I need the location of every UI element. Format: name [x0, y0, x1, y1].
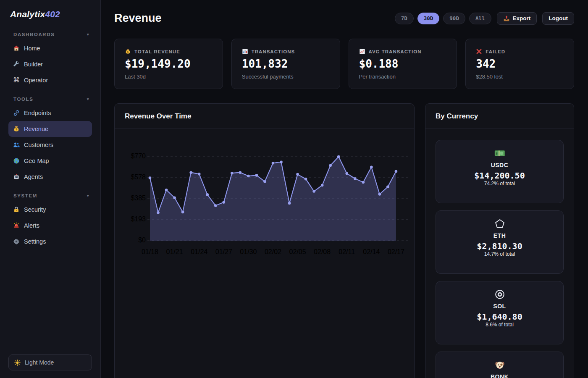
svg-text:02/14: 02/14 — [363, 248, 380, 255]
banknote-icon: $ — [494, 148, 505, 159]
users-icon — [13, 142, 20, 148]
svg-text:01/27: 01/27 — [215, 248, 232, 255]
currency-card-sol[interactable]: SOL $1,640.80 8.6% of total — [436, 281, 564, 344]
sidebar-item-security[interactable]: Security — [8, 202, 92, 218]
link-icon — [13, 110, 20, 116]
sun-icon — [14, 360, 21, 366]
stat-card-failed: FAILED 342 $28.50 lost — [465, 39, 574, 89]
dog-icon — [494, 360, 505, 370]
light-mode-label: Light Mode — [25, 359, 54, 366]
sidebar-item-settings[interactable]: Settings — [8, 234, 92, 249]
sidebar-item-label: Builder — [24, 61, 43, 68]
brand-accent: 402 — [45, 9, 60, 19]
stat-value: 342 — [476, 58, 564, 71]
lock-icon — [13, 206, 20, 213]
currency-name: SOL — [493, 303, 506, 310]
sidebar-item-label: Operator — [24, 77, 48, 84]
main-content: Revenue 7D 30D 90D All Export Logout $ T… — [101, 0, 588, 378]
currency-value: $1,640.80 — [477, 312, 522, 322]
stat-card-total-revenue: $ TOTAL REVENUE $19,149.20 Last 30d — [114, 39, 223, 89]
wrench-icon — [13, 61, 20, 68]
page-title: Revenue — [114, 12, 162, 25]
svg-text:02/11: 02/11 — [339, 248, 355, 255]
section-title: SYSTEM — [13, 193, 37, 198]
sol-ring-icon — [494, 289, 505, 300]
sidebar-item-endpoints[interactable]: Endpoints — [8, 105, 92, 121]
stat-card-avg-transaction: AVG TRANSACTION $0.188 Per transaction — [349, 39, 457, 89]
svg-text:$0: $0 — [138, 236, 146, 244]
currency-value: $2,810.30 — [477, 241, 522, 251]
range-90d-button[interactable]: 90D — [443, 13, 465, 24]
bar-chart-icon — [242, 48, 248, 55]
currency-percent: 8.6% of total — [486, 322, 514, 328]
currency-value: $14,200.50 — [474, 171, 525, 181]
sidebar-item-customers[interactable]: Customers — [8, 137, 92, 153]
stats-row: $ TOTAL REVENUE $19,149.20 Last 30d TRAN… — [114, 39, 574, 89]
stat-label: TRANSACTIONS — [252, 49, 295, 54]
sidebar-item-label: Agents — [24, 173, 43, 180]
stat-label: TOTAL REVENUE — [134, 49, 180, 54]
currency-card-bonk[interactable]: BONK — [436, 352, 564, 378]
svg-text:02/08: 02/08 — [314, 248, 331, 255]
svg-text:$578: $578 — [131, 173, 146, 181]
range-all-button[interactable]: All — [469, 13, 491, 24]
light-mode-toggle[interactable]: Light Mode — [8, 354, 92, 370]
sidebar-item-builder[interactable]: Builder — [8, 56, 92, 72]
svg-text:02/17: 02/17 — [388, 248, 404, 255]
sidebar-item-operator[interactable]: ⌘ Operator — [8, 72, 92, 88]
stat-value: $19,149.20 — [125, 58, 213, 71]
logout-label: Logout — [549, 15, 568, 21]
stat-value: 101,832 — [242, 58, 330, 71]
currency-card-eth[interactable]: ETH $2,810.30 14.7% of total — [436, 210, 564, 274]
svg-text:$: $ — [127, 50, 129, 54]
stat-subtext: Successful payments — [242, 74, 330, 80]
sidebar-item-label: Customers — [24, 142, 53, 148]
logout-button[interactable]: Logout — [542, 12, 574, 25]
robot-icon — [13, 173, 20, 180]
sidebar-item-geo-map[interactable]: Geo Map — [8, 153, 92, 169]
app-logo: Analytix402 — [0, 9, 100, 19]
currency-percent: 74.2% of total — [484, 181, 515, 186]
sidebar-item-label: Endpoints — [24, 110, 51, 116]
currency-name: USDC — [491, 162, 509, 168]
sidebar-item-alerts[interactable]: Alerts — [8, 218, 92, 234]
range-30d-button[interactable]: 30D — [417, 13, 440, 24]
svg-text:02/02: 02/02 — [265, 248, 281, 255]
charts-row: Revenue Over Time $770$578$385$193$001/1… — [114, 103, 574, 378]
sidebar-item-agents[interactable]: Agents — [8, 169, 92, 185]
currency-card-usdc[interactable]: $ USDC $14,200.50 74.2% of total — [436, 140, 564, 203]
svg-text:$: $ — [16, 128, 18, 131]
svg-text:$770: $770 — [131, 152, 146, 160]
topbar: Revenue 7D 30D 90D All Export Logout — [114, 12, 574, 25]
svg-text:01/24: 01/24 — [191, 248, 207, 255]
section-system[interactable]: SYSTEM ▾ — [0, 193, 100, 198]
chevron-down-icon: ▾ — [87, 194, 89, 198]
globe-icon — [13, 158, 20, 164]
stat-card-transactions: TRANSACTIONS 101,832 Successful payments — [231, 39, 340, 89]
svg-text:01/18: 01/18 — [142, 248, 158, 255]
line-chart-icon — [359, 48, 365, 55]
revenue-chart-title: Revenue Over Time — [115, 104, 414, 129]
money-bag-icon: $ — [13, 126, 20, 132]
pentagon-icon — [494, 218, 505, 229]
section-dashboards[interactable]: DASHBOARDS ▾ — [0, 32, 100, 37]
stat-subtext: $28.50 lost — [476, 74, 564, 80]
sidebar-item-label: Alerts — [24, 222, 39, 229]
section-title: TOOLS — [13, 97, 33, 102]
sidebar-item-revenue[interactable]: $ Revenue — [8, 121, 92, 137]
currency-name: BONK — [491, 373, 509, 378]
section-tools[interactable]: TOOLS ▾ — [0, 97, 100, 102]
currency-list: $ USDC $14,200.50 74.2% of total ETH $2,… — [425, 129, 574, 378]
sidebar-item-home[interactable]: Home — [8, 40, 92, 56]
export-label: Export — [513, 15, 531, 21]
stat-label: FAILED — [486, 49, 505, 54]
stat-subtext: Last 30d — [125, 74, 213, 80]
gear-icon — [13, 238, 20, 245]
chevron-down-icon: ▾ — [87, 97, 89, 101]
sidebar-item-label: Settings — [24, 238, 46, 245]
sidebar-item-label: Revenue — [24, 126, 48, 132]
svg-text:01/30: 01/30 — [240, 248, 257, 255]
export-button[interactable]: Export — [497, 12, 537, 25]
range-7d-button[interactable]: 7D — [395, 13, 414, 24]
by-currency-panel: By Currency $ USDC $14,200.50 74.2% of t… — [425, 103, 574, 378]
